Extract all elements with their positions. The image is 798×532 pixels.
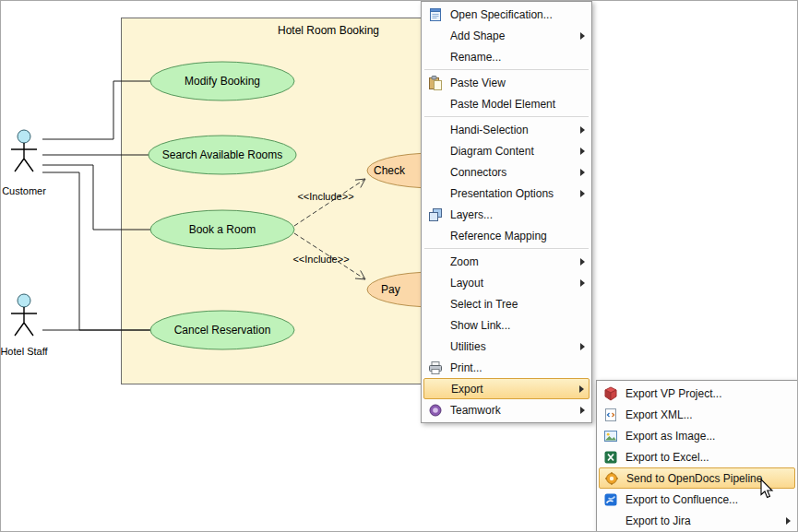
vp-project-icon [600,386,622,401]
menu-item-export-xml[interactable]: Export XML... [597,404,797,425]
menu-item-label: Handi-Selection [447,124,580,136]
actor-head-icon [18,294,30,307]
menu-item-rename[interactable]: Rename... [422,46,591,67]
menu-item-paste-model-element[interactable]: Paste Model Element [422,93,591,114]
menu-item-label: Export to Excel... [622,451,792,464]
submenu-arrow-icon [580,126,585,134]
menu-item-export-to-jira[interactable]: Export to Jira [597,510,797,531]
image-icon [600,429,622,443]
menu-item-export-to-excel[interactable]: Export to Excel... [597,446,797,467]
submenu-arrow-icon [580,258,585,266]
menu-item-label: Layout [447,277,580,290]
menu-item-label: Rename... [447,51,587,64]
menu-item-label: Export VP Project... [622,387,792,400]
excel-icon [600,450,622,465]
submenu-arrow-icon [580,279,585,287]
menu-item-paste-view[interactable]: Paste View [422,72,591,93]
application-canvas: Hotel Room Booking <<Include>> <<Include… [0,0,798,532]
menu-item-label: Connectors [447,166,580,179]
submenu-arrow-icon [786,517,791,525]
actor-label: Hotel Staff [1,346,49,357]
use-case-label: Cancel Reservation [174,324,271,337]
menu-separator [424,69,589,70]
submenu-arrow-icon [580,343,585,350]
use-case-modify-booking: Modify Booking [150,62,294,100]
actor-head-icon [18,130,30,143]
use-case-cancel-reservation: Cancel Reservation [150,311,294,349]
use-case-search-available-rooms: Search Available Rooms [149,136,296,174]
use-case-label: Check [374,164,406,177]
submenu-arrow-icon [580,32,585,40]
system-boundary-title: Hotel Room Booking [278,24,379,37]
menu-item-label: Layers... [447,208,587,221]
use-case-label: Book a Room [189,223,256,236]
submenu-arrow-icon [580,190,585,197]
menu-item-diagram-content[interactable]: Diagram Content [422,140,591,161]
menu-item-export-vp-project[interactable]: Export VP Project... [597,383,797,404]
menu-item-label: Paste Model Element [447,98,587,111]
layers-icon [424,207,447,222]
include-label: <<Include>> [292,254,349,265]
menu-item-label: Paste View [447,77,587,89]
actor-label: Customer [2,185,46,196]
use-case-label: Modify Booking [185,75,260,88]
menu-item-teamwork[interactable]: Teamwork [422,399,591,420]
menu-item-label: Show Link... [447,319,587,332]
menu-item-label: Utilities [447,340,580,353]
teamwork-icon [424,403,447,418]
menu-separator [424,116,589,117]
confluence-icon [600,492,622,507]
menu-item-label: Add Shape [447,30,580,42]
context-menu: Open Specification...Add ShapeRename...P… [421,1,592,423]
menu-item-presentation-options[interactable]: Presentation Options [422,183,591,204]
export-submenu: Export VP Project...Export XML...Export … [596,380,798,532]
submenu-arrow-icon [580,148,585,155]
menu-item-reference-mapping[interactable]: Reference Mapping [422,225,591,246]
include-label: <<Include>> [297,191,353,202]
menu-item-export-as-image[interactable]: Export as Image... [597,425,797,446]
use-case-label: Pay [381,283,400,296]
menu-item-label: Diagram Content [447,145,580,158]
specification-icon [424,7,447,22]
menu-item-label: Export as Image... [622,430,792,443]
actor-hotel-staff[interactable]: Hotel Staff [1,294,49,357]
menu-item-label: Select in Tree [447,298,587,311]
menu-item-layout[interactable]: Layout [422,272,591,293]
actor-body-icon [11,307,37,336]
use-case-book-a-room: Book a Room [150,210,294,249]
menu-item-handi-selection[interactable]: Handi-Selection [422,119,591,140]
menu-item-label: Teamwork [447,404,580,417]
paste-icon [424,76,447,90]
actor-customer[interactable]: Customer [2,130,46,196]
menu-item-export[interactable]: Export [423,378,590,399]
menu-item-label: Reference Mapping [447,230,587,242]
menu-item-open-specification[interactable]: Open Specification... [422,4,591,25]
menu-item-show-link[interactable]: Show Link... [422,314,591,336]
submenu-arrow-icon [580,169,585,176]
xml-icon [600,408,622,422]
menu-item-label: Presentation Options [447,187,580,200]
use-case-label: Search Available Rooms [162,148,283,161]
actor-body-icon [11,143,37,171]
menu-item-utilities[interactable]: Utilities [422,336,591,357]
menu-item-connectors[interactable]: Connectors [422,161,591,183]
menu-item-print[interactable]: Print... [422,357,591,378]
menu-item-label: Zoom [447,255,580,268]
menu-item-label: Export XML... [622,408,792,421]
opendocs-icon [601,471,623,486]
menu-item-label: Export [447,383,579,396]
submenu-arrow-icon [579,385,584,393]
menu-item-label: Export to Jira [622,514,786,527]
mouse-cursor-icon [760,479,775,500]
submenu-arrow-icon [580,407,585,414]
menu-separator [424,248,589,249]
menu-item-select-in-tree[interactable]: Select in Tree [422,293,591,314]
menu-item-zoom[interactable]: Zoom [422,251,591,272]
menu-item-add-shape[interactable]: Add Shape [422,25,591,46]
menu-item-layers[interactable]: Layers... [422,204,591,225]
menu-item-label: Open Specification... [447,8,587,21]
printer-icon [424,361,447,375]
menu-item-label: Print... [447,361,587,374]
